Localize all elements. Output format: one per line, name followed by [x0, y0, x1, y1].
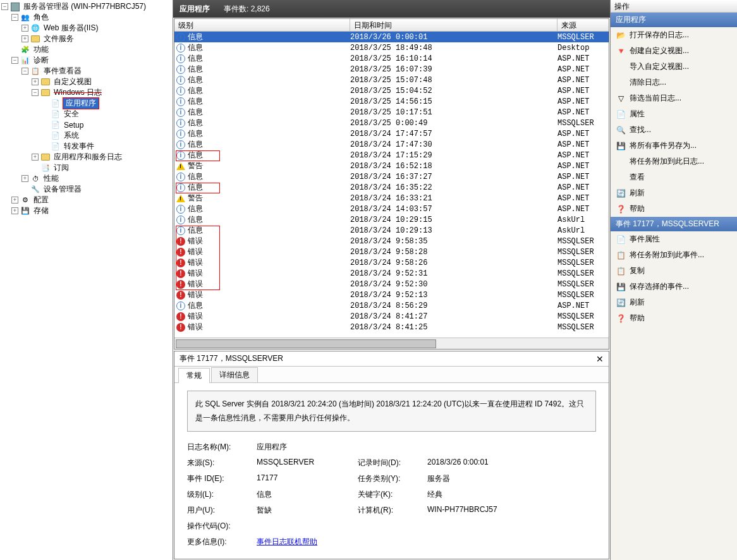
expand-icon[interactable]: + — [21, 35, 28, 42]
tree-app-service-logs[interactable]: +应用程序和服务日志 — [0, 152, 173, 162]
log-icon: 📄 — [51, 142, 61, 152]
action-copy[interactable]: 📋复制 — [611, 263, 737, 279]
tree-storage[interactable]: +💾存储 — [0, 205, 173, 216]
action-refresh-2[interactable]: 🔄刷新 — [611, 295, 737, 310]
event-row[interactable]: 错误2018/3/24 9:58:26MSSQLSER — [174, 257, 609, 268]
computer-label: 计算机(R): — [358, 505, 427, 516]
action-save-all-events[interactable]: 💾将所有事件另存为... — [611, 138, 737, 154]
action-help[interactable]: ❓帮助 — [611, 201, 737, 217]
event-row[interactable]: 警告2018/3/24 16:33:21ASP.NET — [174, 193, 609, 204]
event-row[interactable]: 信息2018/3/24 16:37:27ASP.NET — [174, 171, 609, 182]
event-datetime: 2018/3/25 16:10:14 — [350, 54, 557, 63]
tree-web-iis[interactable]: +🌐Web 服务器(IIS) — [0, 23, 173, 33]
nav-tree[interactable]: −服务器管理器 (WIN-PH77HBRCJ57) −👥角色 +🌐Web 服务器… — [0, 0, 173, 560]
task-icon: 📋 — [616, 250, 626, 260]
event-row[interactable]: 信息2018/3/24 17:47:30ASP.NET — [174, 139, 609, 150]
tree-forwarded-log[interactable]: 📄转发事件 — [0, 141, 173, 152]
event-row[interactable]: 信息2018/3/24 17:15:29ASP.NET — [174, 150, 609, 161]
event-row[interactable]: 信息2018/3/25 18:49:48Desktop — [174, 42, 609, 53]
collapse-icon[interactable]: − — [11, 14, 18, 21]
event-row[interactable]: 信息2018/3/25 16:07:39ASP.NET — [174, 64, 609, 75]
col-datetime[interactable]: 日期和时间 — [350, 19, 557, 31]
expand-icon[interactable]: + — [32, 154, 39, 161]
event-row[interactable]: 错误2018/3/24 9:52:31MSSQLSER — [174, 268, 609, 279]
event-row[interactable]: 错误2018/3/24 9:58:28MSSQLSER — [174, 247, 609, 257]
expand-icon[interactable]: + — [21, 175, 28, 182]
tree-diagnostics[interactable]: −📊诊断 — [0, 55, 173, 66]
horizontal-scrollbar[interactable] — [174, 338, 609, 349]
action-create-custom-view[interactable]: 🔻创建自定义视图... — [611, 43, 737, 59]
event-row[interactable]: 信息2018/3/25 0:00:49MSSQLSER — [174, 118, 609, 128]
tree-performance[interactable]: +⏱性能 — [0, 173, 173, 184]
event-level: 信息 — [188, 85, 203, 96]
tree-security-log[interactable]: 📄安全 — [0, 109, 173, 119]
tree-system-log[interactable]: 📄系统 — [0, 130, 173, 141]
action-find[interactable]: 🔍查找... — [611, 122, 737, 138]
action-refresh[interactable]: 🔄刷新 — [611, 185, 737, 201]
action-properties[interactable]: 📄属性 — [611, 106, 737, 122]
tree-file-service[interactable]: +文件服务 — [0, 33, 173, 44]
event-row[interactable]: 信息2018/3/24 8:56:29ASP.NET — [174, 300, 609, 311]
event-row[interactable]: 警告2018/3/24 16:52:18ASP.NET — [174, 161, 609, 171]
tab-details[interactable]: 详细信息 — [211, 367, 258, 382]
tree-configuration[interactable]: +⚙配置 — [0, 195, 173, 205]
collapse-icon[interactable]: − — [21, 68, 28, 75]
col-level[interactable]: 级别 — [174, 19, 350, 31]
expand-icon[interactable]: + — [11, 207, 18, 214]
event-row[interactable]: 信息2018/3/24 17:47:57ASP.NET — [174, 128, 609, 139]
log-icon: 📄 — [51, 109, 61, 119]
event-row[interactable]: 信息2018/3/24 14:03:57ASP.NET — [174, 204, 609, 214]
expand-icon[interactable]: + — [11, 197, 18, 204]
event-row[interactable]: 信息2018/3/25 10:17:51ASP.NET — [174, 107, 609, 118]
tree-application-log[interactable]: 📄应用程序 — [0, 98, 173, 109]
event-row[interactable]: 信息2018/3/25 15:07:48ASP.NET — [174, 75, 609, 85]
tree-device-manager[interactable]: 🔧设备管理器 — [0, 184, 173, 195]
event-row[interactable]: 错误2018/3/24 8:41:25MSSQLSER — [174, 322, 609, 332]
tree-root[interactable]: −服务器管理器 (WIN-PH77HBRCJ57) — [0, 1, 173, 12]
event-row[interactable]: 信息2018/3/25 14:56:15ASP.NET — [174, 96, 609, 107]
open-icon: 📂 — [616, 30, 626, 40]
logged-value: 2018/3/26 0:00:01 — [427, 458, 554, 468]
event-row[interactable]: 信息2018/3/25 16:10:14ASP.NET — [174, 53, 609, 64]
expand-icon[interactable]: + — [21, 25, 28, 32]
action-save-selected[interactable]: 💾保存选择的事件... — [611, 279, 737, 295]
tree-subscriptions[interactable]: 📑订阅 — [0, 162, 173, 173]
event-row[interactable]: 错误2018/3/24 9:52:13MSSQLSER — [174, 289, 609, 300]
action-import-custom-view[interactable]: 导入自定义视图... — [611, 59, 737, 75]
action-clear-log[interactable]: 清除日志... — [611, 75, 737, 90]
event-row[interactable]: 错误2018/3/24 8:41:27MSSQLSER — [174, 311, 609, 322]
action-open-saved-log[interactable]: 📂打开保存的日志... — [611, 27, 737, 43]
event-row[interactable]: 信息2018/3/24 16:35:22ASP.NET — [174, 182, 609, 193]
tree-windows-logs[interactable]: −Windows 日志 — [0, 87, 173, 98]
action-event-properties[interactable]: 📄事件属性 — [611, 231, 737, 247]
action-filter-current-log[interactable]: ▽筛选当前日志... — [611, 90, 737, 106]
event-level: 警告 — [188, 161, 203, 171]
collapse-icon[interactable]: − — [32, 89, 39, 96]
event-row[interactable]: 信息2018/3/26 0:00:01MSSQLSER — [174, 32, 609, 42]
action-attach-task-log[interactable]: 将任务附加到此日志... — [611, 154, 737, 169]
action-view[interactable]: 查看 — [611, 169, 737, 185]
tree-roles[interactable]: −👥角色 — [0, 12, 173, 23]
action-attach-task-event[interactable]: 📋将任务附加到此事件... — [611, 247, 737, 263]
tree-setup-log[interactable]: 📄Setup — [0, 119, 173, 130]
event-row[interactable]: 信息2018/3/24 10:29:15AskUrl — [174, 214, 609, 225]
info-icon — [176, 204, 186, 214]
online-help-link[interactable]: 事件日志联机帮助 — [257, 537, 317, 546]
event-row[interactable]: 错误2018/3/24 9:52:30MSSQLSER — [174, 279, 609, 289]
close-button[interactable]: ✕ — [596, 354, 604, 364]
event-columns-header[interactable]: 级别 日期和时间 来源 — [174, 19, 609, 32]
event-viewer-icon: 📋 — [30, 66, 40, 76]
expand-icon[interactable]: + — [32, 78, 39, 85]
event-row[interactable]: 信息2018/3/24 10:29:13AskUrl — [174, 225, 609, 236]
collapse-icon[interactable]: − — [1, 3, 8, 10]
collapse-icon[interactable]: − — [11, 57, 18, 64]
tree-event-viewer[interactable]: −📋事件查看器 — [0, 66, 173, 76]
tab-general[interactable]: 常规 — [178, 368, 210, 383]
event-row[interactable]: 信息2018/3/25 15:04:52ASP.NET — [174, 85, 609, 96]
event-message: 此 SQL Server 实例自 2018/3/21 20:24:20 (当地时… — [187, 391, 596, 432]
col-source[interactable]: 来源 — [557, 19, 609, 31]
action-help-2[interactable]: ❓帮助 — [611, 310, 737, 326]
tree-custom-views[interactable]: +自定义视图 — [0, 76, 173, 87]
event-row[interactable]: 错误2018/3/24 9:58:35MSSQLSER — [174, 236, 609, 247]
tree-features[interactable]: 🧩功能 — [0, 44, 173, 55]
